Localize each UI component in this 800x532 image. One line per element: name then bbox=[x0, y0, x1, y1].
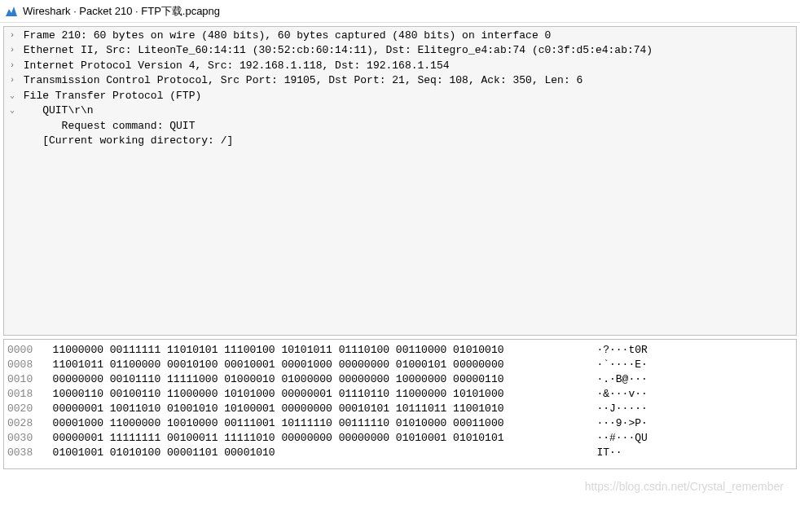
chevron-right-icon[interactable]: › bbox=[7, 43, 17, 58]
hex-offset: 0028 bbox=[7, 416, 40, 431]
hex-ascii: ·&···v·· bbox=[578, 387, 793, 402]
chevron-right-icon[interactable]: › bbox=[7, 29, 17, 43]
hex-bits: 00000000 00101110 11111000 01000010 0100… bbox=[40, 372, 578, 387]
tree-item-text: Request command: QUIT bbox=[24, 120, 196, 132]
hex-bits: 00000001 10011010 01001010 10100001 0000… bbox=[40, 402, 578, 416]
title-bar: Wireshark · Packet 210 · FTP下载.pcapng bbox=[0, 0, 800, 23]
hex-bits: 00001000 11000000 10010000 00111001 1011… bbox=[40, 416, 578, 431]
hex-row[interactable]: 0030 00000001 11111111 00100011 11111010… bbox=[7, 431, 793, 446]
tree-item-text: Transmission Control Protocol, Src Port:… bbox=[24, 75, 583, 87]
hex-bits: 00000001 11111111 00100011 11111010 0000… bbox=[40, 431, 578, 446]
window-title: Wireshark · Packet 210 · FTP下载.pcapng bbox=[23, 4, 220, 19]
hex-offset: 0038 bbox=[7, 446, 40, 460]
hex-ascii: ·`····E· bbox=[578, 358, 793, 372]
hex-ascii: ·?···t0R bbox=[578, 343, 793, 358]
watermark-text: https://blog.csdn.net/Crystal_remember bbox=[585, 480, 784, 493]
hex-bits: 10000110 00100110 11000000 10101000 0000… bbox=[40, 387, 578, 402]
tree-item[interactable]: ⌄ QUIT\r\n bbox=[4, 103, 796, 118]
tree-item-text: Frame 210: 60 bytes on wire (480 bits), … bbox=[24, 29, 552, 42]
tree-item[interactable]: › Internet Protocol Version 4, Src: 192.… bbox=[4, 59, 796, 73]
tree-item[interactable]: › Transmission Control Protocol, Src Por… bbox=[4, 73, 796, 88]
hex-bits: 11000000 00111111 11010101 11100100 1010… bbox=[40, 343, 578, 358]
packet-label: Packet 210 bbox=[79, 5, 132, 17]
hex-row[interactable]: 0010 00000000 00101110 11111000 01000010… bbox=[7, 372, 793, 387]
chevron-down-icon[interactable]: ⌄ bbox=[7, 89, 17, 103]
tree-item[interactable]: › Frame 210: 60 bytes on wire (480 bits)… bbox=[4, 29, 796, 43]
tree-item-text: Internet Protocol Version 4, Src: 192.16… bbox=[24, 59, 450, 72]
hex-offset: 0010 bbox=[7, 372, 40, 387]
packet-details-pane[interactable]: › Frame 210: 60 bytes on wire (480 bits)… bbox=[3, 26, 797, 336]
tree-item-text: QUIT\r\n bbox=[24, 105, 94, 117]
tree-item-text: [Current working directory: /] bbox=[24, 134, 233, 147]
wireshark-icon bbox=[5, 5, 18, 18]
hex-ascii: IT·· bbox=[578, 446, 793, 460]
hex-ascii: ···9·>P· bbox=[578, 416, 793, 431]
hex-ascii: ··J····· bbox=[578, 402, 793, 416]
chevron-down-icon[interactable]: ⌄ bbox=[7, 103, 17, 118]
hex-offset: 0008 bbox=[7, 358, 40, 372]
hex-offset: 0018 bbox=[7, 387, 40, 402]
hex-offset: 0020 bbox=[7, 402, 40, 416]
hex-row[interactable]: 0038 01001001 01010100 00001101 00001010… bbox=[7, 446, 793, 460]
hex-bits: 11001011 01100000 00010100 00010001 0000… bbox=[40, 358, 578, 372]
hex-offset: 0030 bbox=[7, 431, 40, 446]
tree-item[interactable]: › Ethernet II, Src: LiteonTe_60:14:11 (3… bbox=[4, 43, 796, 58]
tree-item[interactable]: ⌄ File Transfer Protocol (FTP) bbox=[4, 89, 796, 103]
app-name: Wireshark bbox=[23, 5, 71, 17]
chevron-right-icon[interactable]: › bbox=[7, 73, 17, 88]
hex-row[interactable]: 0028 00001000 11000000 10010000 00111001… bbox=[7, 416, 793, 431]
hex-bits: 01001001 01010100 00001101 00001010 bbox=[40, 446, 578, 460]
hex-row[interactable]: 0020 00000001 10011010 01001010 10100001… bbox=[7, 402, 793, 416]
packet-bytes-pane[interactable]: 0000 11000000 00111111 11010101 11100100… bbox=[3, 339, 797, 469]
tree-item[interactable]: Request command: QUIT bbox=[4, 119, 796, 134]
hex-offset: 0000 bbox=[7, 343, 40, 358]
chevron-right-icon[interactable]: › bbox=[7, 59, 17, 73]
tree-item-text: Ethernet II, Src: LiteonTe_60:14:11 (30:… bbox=[24, 45, 653, 57]
file-name: FTP下载.pcapng bbox=[141, 5, 220, 17]
hex-ascii: ··#···QU bbox=[578, 431, 793, 446]
tree-item[interactable]: [Current working directory: /] bbox=[4, 134, 796, 148]
hex-row[interactable]: 0008 11001011 01100000 00010100 00010001… bbox=[7, 358, 793, 372]
hex-row[interactable]: 0000 11000000 00111111 11010101 11100100… bbox=[7, 343, 793, 358]
hex-row[interactable]: 0018 10000110 00100110 11000000 10101000… bbox=[7, 387, 793, 402]
tree-item-text: File Transfer Protocol (FTP) bbox=[24, 90, 201, 102]
hex-ascii: ·.·B@··· bbox=[578, 372, 793, 387]
